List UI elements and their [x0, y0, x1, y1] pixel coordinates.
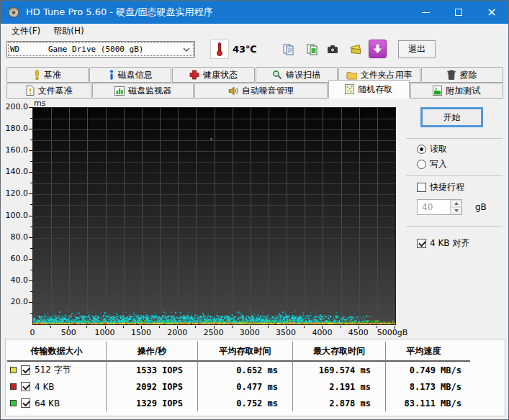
divider [406, 175, 503, 176]
ops-cell: 1329 IOPS [107, 395, 198, 411]
short-stroke-checkbox[interactable]: 快捷行程 [417, 181, 464, 193]
tab-error-scan[interactable]: 错误扫描 [256, 67, 338, 83]
extra-tests-icon [433, 86, 442, 96]
x-axis-tick [177, 326, 178, 329]
x-axis-tick [268, 326, 269, 328]
aam-icon [228, 86, 238, 96]
temperature-button[interactable] [210, 40, 229, 59]
tab-label: 随机存取 [358, 83, 392, 96]
x-axis-tick [86, 326, 87, 328]
avg-time-cell: 0.652 ms [198, 362, 293, 378]
tab-label: 磁盘监视器 [128, 85, 171, 97]
y-axis-label: 80.0 [1, 232, 28, 242]
results-panel: 传输数据大小 操作/秒 平均存取时间 最大存取时间 平均速度 512 字节 15… [5, 339, 505, 416]
close-button[interactable]: × [475, 1, 508, 24]
x-axis-tick [159, 326, 160, 328]
tab-benchmark[interactable]: 基准 [6, 67, 89, 83]
avg-time-cell: 0.477 ms [198, 378, 293, 395]
read-radio[interactable]: 读取 [417, 143, 447, 155]
start-button[interactable]: 开始 [420, 107, 483, 127]
row-checkbox[interactable] [21, 365, 30, 375]
y-axis-label: 40.0 [1, 275, 28, 285]
avg-speed-cell: 83.111 MB/s [386, 395, 470, 411]
chart-plot-area [32, 107, 396, 325]
column-header: 平均存取时间 [198, 342, 293, 362]
exit-button[interactable]: 退出 [398, 40, 436, 58]
tab-row-2: 文件基准 磁盘监视器 自动噪音管理 随机存取 附加测试 [6, 83, 504, 99]
table-row-size-cell: 64 KB [7, 395, 107, 411]
short-stroke-size-input[interactable]: 40 [417, 199, 462, 215]
column-header: 传输数据大小 [7, 342, 107, 362]
tab-aam[interactable]: 自动噪音管理 [194, 83, 328, 99]
y-axis-label: 20.0 [1, 297, 28, 306]
x-axis-tick [359, 326, 359, 329]
tab-row-1: 基准 磁盘信息 健康状态 错误扫描 文件夹占用率 擦除 [6, 67, 504, 83]
row-checkbox[interactable] [21, 398, 30, 408]
tab-label: 磁盘信息 [118, 69, 153, 81]
download-arrow-icon [373, 44, 382, 54]
screenshot-button[interactable] [323, 40, 343, 59]
erase-icon [447, 70, 456, 80]
app-icon [8, 6, 19, 18]
x-axis-tick [250, 326, 251, 329]
y-axis-label: 160.0 [1, 145, 28, 155]
column-header: 操作/秒 [107, 342, 198, 362]
y-axis-label: 120.0 [1, 188, 28, 198]
ops-cell: 1533 IOPS [107, 362, 198, 378]
window-title: HD Tune Pro 5.60 - 硬盘/固态硬盘实用程序 [26, 6, 213, 19]
series-color-swatch [10, 383, 17, 390]
update-button[interactable] [369, 40, 387, 58]
spin-up-button[interactable] [451, 200, 461, 207]
align-checkbox[interactable]: 4 KB 对齐 [417, 237, 469, 250]
tab-disk-info[interactable]: 磁盘信息 [89, 67, 171, 83]
save-button[interactable] [346, 40, 366, 59]
maximize-button[interactable] [442, 1, 475, 24]
copy-image-button[interactable] [302, 40, 323, 59]
tab-health[interactable]: 健康状态 [172, 67, 254, 83]
y-axis-label: 100.0 [1, 211, 28, 220]
x-axis-tick [214, 326, 215, 329]
tab-random-access[interactable]: 随机存取 [328, 80, 410, 99]
short-stroke-label: 快捷行程 [430, 181, 464, 193]
random-access-page: ms 20.040.060.080.0100.0120.0140.0160.01… [1, 99, 508, 339]
avg-speed-cell: 0.749 MB/s [386, 362, 470, 378]
thermometer-icon [217, 42, 222, 56]
max-time-cell: 169.574 ms [293, 362, 386, 378]
close-icon: × [487, 6, 496, 18]
tab-erase[interactable]: 擦除 [421, 67, 503, 83]
radio-unchecked-icon [417, 160, 426, 169]
tab-disk-monitor[interactable]: 磁盘监视器 [92, 83, 194, 99]
tab-label: 文件基准 [38, 85, 73, 97]
short-stroke-size-value: 40 [418, 200, 450, 214]
checkbox-unchecked-icon [417, 183, 426, 192]
tab-file-benchmark[interactable]: 文件基准 [6, 83, 91, 99]
read-radio-label: 读取 [430, 143, 447, 155]
disk-monitor-icon [114, 86, 125, 96]
x-axis-tick [341, 326, 341, 328]
write-radio-label: 写入 [430, 158, 447, 170]
menu-file[interactable]: 文件(F) [5, 24, 47, 39]
tab-extra-tests[interactable]: 附加测试 [410, 83, 503, 99]
copy-text-icon [283, 44, 294, 55]
spin-down-button[interactable] [451, 207, 461, 214]
menu-help[interactable]: 帮助(H) [47, 24, 90, 39]
tab-label: 自动噪音管理 [242, 85, 294, 97]
temperature-value: 43℃ [233, 44, 257, 55]
minimize-button[interactable] [409, 1, 442, 24]
random-access-chart [33, 108, 395, 324]
drive-selector[interactable]: WD Game Drive (5000 gB) [6, 41, 195, 58]
table-row-size-cell: 4 KB [7, 378, 107, 395]
x-axis-tick [123, 326, 124, 328]
x-axis-tick [141, 326, 142, 329]
divider [406, 226, 503, 227]
x-axis-tick [195, 326, 196, 328]
align-checkbox-label: 4 KB 对齐 [430, 237, 469, 250]
max-time-cell: 2.191 ms [293, 378, 386, 395]
row-checkbox[interactable] [21, 382, 30, 391]
checkbox-checked-icon [417, 239, 426, 248]
write-radio[interactable]: 写入 [417, 158, 447, 170]
x-axis-tick [304, 326, 305, 328]
copy-text-button[interactable] [279, 40, 299, 59]
results-table: 传输数据大小 操作/秒 平均存取时间 最大存取时间 平均速度 512 字节 15… [7, 342, 470, 411]
tab-label: 附加测试 [446, 85, 480, 97]
